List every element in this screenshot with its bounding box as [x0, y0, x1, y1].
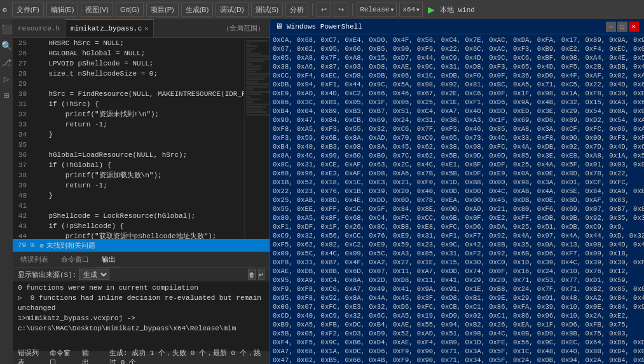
error-row: 错误列表 命令窗口 输出 生成: 成功 1 个，失败 0 个，最新 0 个，跳过…	[13, 351, 270, 364]
project-menu[interactable]: 项目(P)	[146, 3, 179, 17]
ps-close-btn[interactable]: ✕	[629, 22, 639, 32]
debug-icon[interactable]: ▷	[1, 74, 11, 84]
redo-btn[interactable]: ↪	[334, 3, 348, 17]
breadcrumb: （全局范围）	[223, 24, 264, 33]
configuration-dropdown[interactable]: Release	[357, 3, 397, 17]
clear-output-btn[interactable]: 🗑	[248, 269, 256, 280]
ps-icon: 🖥	[275, 22, 283, 31]
ps-window-controls: ─ □ ✕	[606, 22, 639, 32]
zoom-level[interactable]: 79 %	[18, 241, 34, 249]
git-icon[interactable]: ⎇	[1, 57, 11, 67]
ps-maximize-btn[interactable]: □	[617, 22, 627, 32]
minimap	[244, 38, 270, 239]
output-source-row: 显示输出来源(S): 生成 🗑 ↵	[13, 267, 270, 281]
output-source-select[interactable]: 生成	[79, 269, 109, 280]
bottom-tab-errors[interactable]: 错误列表	[15, 252, 53, 267]
build-menu[interactable]: 生成(B)	[181, 3, 214, 17]
error-tab-output-2[interactable]: 输出	[82, 348, 94, 364]
ps-content[interactable]: 0xCA, 0x68, 0xC7, 0xE4, 0xD0, 0x4F, 0x56…	[270, 34, 644, 364]
analyze-menu[interactable]: 分析	[285, 3, 308, 17]
ps-title: Windows PowerShell	[287, 23, 602, 30]
output-source-label: 显示输出来源(S):	[18, 270, 76, 280]
line-numbers: 2526272829303132333435363738394041424344…	[13, 38, 32, 239]
debug-menu[interactable]: 调试(D)	[216, 3, 248, 17]
ps-titlebar: 🖥 Windows PowerShell ─ □ ✕	[270, 19, 644, 34]
undo-btn[interactable]: ↩	[317, 3, 331, 17]
status-message: ⊘ 未找到相关问题	[39, 241, 95, 250]
platform-dropdown[interactable]: x64	[399, 3, 423, 17]
bottom-tab-output[interactable]: 输出	[97, 252, 121, 267]
bottom-panel: 错误列表 命令窗口 输出 显示输出来源(S): 生成 🗑 ↵ 0 functio…	[13, 252, 270, 364]
search-activity-icon[interactable]: 🔍	[1, 41, 11, 51]
tab-mimikatz[interactable]: mimikatz_bypass.c ✕	[65, 19, 154, 37]
error-tab-errors[interactable]: 错误列表	[18, 348, 42, 364]
ps-minimize-btn[interactable]: ─	[606, 22, 616, 32]
toolbar-sep-1	[312, 3, 313, 16]
powershell-panel: 🖥 Windows PowerShell ─ □ ✕ 0xCA, 0x68, 0…	[270, 19, 644, 364]
view-menu[interactable]: 视图(V)	[81, 3, 113, 17]
app-icon: ⚙	[3, 6, 7, 14]
explorer-icon[interactable]: ⬛	[1, 24, 11, 34]
extensions-icon[interactable]: ⊞	[1, 90, 11, 100]
file-menu[interactable]: 文件(F)	[12, 3, 44, 17]
editor-tab-bar: resource.h mimikatz_bypass.c ✕ （全局范围）	[13, 19, 270, 38]
output-area[interactable]: 0 functions were new in current compilat…	[13, 281, 270, 351]
tab-resource-h[interactable]: resource.h	[13, 19, 65, 37]
tab-close-mimikatz[interactable]: ✕	[144, 25, 148, 32]
status-bar: 79 % ⊘ 未找到相关问题	[13, 239, 270, 252]
local-label: 本地 Wind	[440, 5, 475, 15]
git-menu[interactable]: Git(G)	[116, 3, 144, 17]
code-editor[interactable]: 2526272829303132333435363738394041424344…	[13, 38, 244, 239]
activity-bar: ⬛ 🔍 ⎇ ▷ ⊞	[0, 19, 13, 364]
main-toolbar: ⚙ 文件(F) 编辑(E) 视图(V) Git(G) 项目(P) 生成(B) 调…	[0, 0, 644, 19]
bottom-tab-bar: 错误列表 命令窗口 输出	[13, 252, 270, 267]
bottom-tab-command[interactable]: 命令窗口	[56, 252, 94, 267]
error-tab-command[interactable]: 命令窗口	[50, 348, 74, 364]
run-button[interactable]: ▶	[425, 4, 437, 15]
test-menu[interactable]: 测试(S)	[251, 3, 284, 17]
code-content: HRSRC hSrc = NULL; HGLOBAL hGlobal = NUL…	[32, 38, 244, 239]
warning-icon: ⊘	[39, 241, 44, 250]
wrap-output-btn[interactable]: ↵	[258, 269, 264, 280]
edit-menu[interactable]: 编辑(E)	[46, 3, 79, 17]
build-status: 生成: 成功 1 个，失败 0 个，最新 0 个，跳过 0 个	[109, 348, 264, 364]
toolbar-sep-2	[352, 3, 353, 16]
